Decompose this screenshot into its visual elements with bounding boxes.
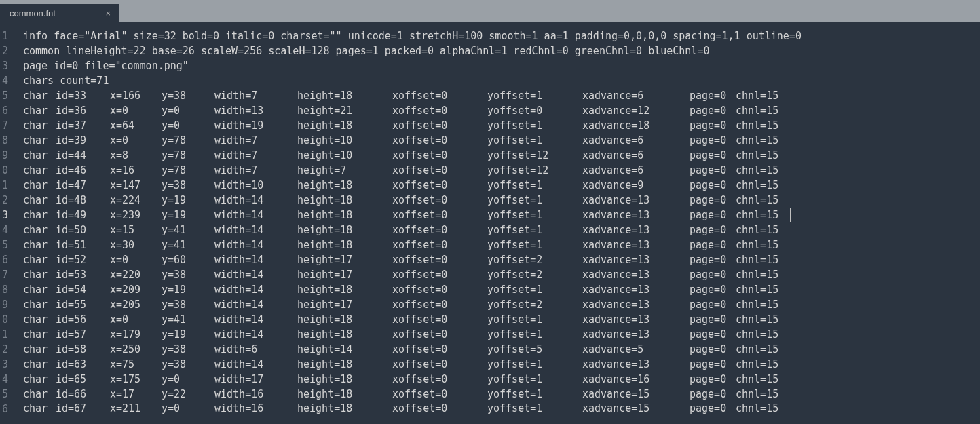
code-token: x=239: [110, 208, 162, 223]
code-token: xoffset=0: [392, 133, 487, 148]
code-line[interactable]: page id=0 file="common.png": [23, 58, 980, 73]
char-row[interactable]: charid=66x=17y=22width=16height=18xoffse…: [23, 387, 980, 402]
char-row[interactable]: charid=33x=166y=38width=7height=18xoffse…: [23, 88, 980, 103]
code-token: height=18: [297, 193, 392, 208]
code-token: width=19: [214, 118, 297, 133]
code-editor[interactable]: 12345678901234567890123456 info face="Ar…: [0, 22, 980, 424]
code-token: chnl=15: [736, 312, 778, 327]
code-token: id=49: [56, 208, 110, 223]
code-token: yoffset=2: [487, 297, 582, 312]
code-line[interactable]: info face="Arial" size=32 bold=0 italic=…: [23, 28, 980, 43]
code-token: xadvance=13: [582, 297, 690, 312]
code-token: xadvance=13: [582, 357, 690, 372]
char-row[interactable]: charid=63x=75y=38width=14height=18xoffse…: [23, 357, 980, 372]
code-token: y=41: [162, 312, 214, 327]
code-token: chnl=15: [736, 118, 778, 133]
code-token: page=0: [690, 88, 736, 103]
code-content[interactable]: info face="Arial" size=32 bold=0 italic=…: [8, 22, 980, 424]
code-token: xadvance=6: [582, 88, 690, 103]
code-token: page=0: [690, 282, 736, 297]
char-row[interactable]: charid=49x=239y=19width=14height=18xoffs…: [23, 208, 980, 223]
code-token: x=166: [110, 88, 162, 103]
code-token: x=224: [110, 193, 162, 208]
char-row[interactable]: charid=50x=15y=41width=14height=18xoffse…: [23, 223, 980, 237]
code-token: yoffset=1: [487, 88, 582, 103]
code-token: chnl=15: [736, 103, 778, 118]
line-number: 7: [0, 118, 8, 133]
code-token: xoffset=0: [392, 252, 487, 267]
code-token: y=38: [162, 342, 214, 357]
code-token: xoffset=0: [392, 148, 487, 163]
code-token: page=0: [690, 237, 736, 252]
code-token: page=0: [690, 252, 736, 267]
line-number: 3: [0, 357, 8, 372]
code-token: xoffset=0: [392, 118, 487, 133]
line-number-gutter: 12345678901234567890123456: [0, 22, 8, 424]
code-token: chnl=15: [736, 193, 778, 208]
char-row[interactable]: charid=53x=220y=38width=14height=17xoffs…: [23, 267, 980, 282]
code-token: width=7: [214, 163, 297, 178]
code-token: yoffset=1: [487, 237, 582, 252]
line-number: 6: [0, 252, 8, 267]
code-token: xadvance=12: [582, 103, 690, 118]
code-token: xadvance=16: [582, 372, 690, 387]
code-token: height=10: [297, 148, 392, 163]
code-token: yoffset=1: [487, 118, 582, 133]
code-token: page=0: [690, 342, 736, 357]
code-token: char: [23, 402, 56, 415]
close-icon[interactable]: ×: [104, 8, 112, 18]
code-token: page=0: [690, 118, 736, 133]
code-token: height=14: [297, 342, 392, 357]
code-token: yoffset=2: [487, 252, 582, 267]
code-line[interactable]: common lineHeight=22 base=26 scaleW=256 …: [23, 43, 980, 58]
code-token: id=55: [56, 297, 110, 312]
line-number: 4: [0, 73, 8, 88]
code-token: id=39: [56, 133, 110, 148]
char-row[interactable]: charid=39x=0y=78width=7height=10xoffset=…: [23, 133, 980, 148]
char-row[interactable]: charid=54x=209y=19width=14height=18xoffs…: [23, 282, 980, 297]
code-token: y=0: [162, 118, 214, 133]
code-token: xadvance=18: [582, 118, 690, 133]
code-token: char: [23, 88, 56, 103]
code-token: xoffset=0: [392, 237, 487, 252]
tab-common-fnt[interactable]: common.fnt ×: [0, 4, 119, 22]
char-row[interactable]: charid=36x=0y=0width=13height=21xoffset=…: [23, 103, 980, 118]
char-row[interactable]: charid=51x=30y=41width=14height=18xoffse…: [23, 237, 980, 252]
code-token: id=47: [56, 178, 110, 193]
char-row[interactable]: charid=65x=175y=0width=17height=18xoffse…: [23, 372, 980, 387]
code-token: char: [23, 208, 56, 223]
code-token: y=38: [162, 297, 214, 312]
code-token: chnl=15: [736, 297, 778, 312]
code-token: page=0: [690, 148, 736, 163]
code-token: xadvance=13: [582, 312, 690, 327]
char-row[interactable]: charid=47x=147y=38width=10height=18xoffs…: [23, 178, 980, 193]
char-row[interactable]: charid=48x=224y=19width=14height=18xoffs…: [23, 193, 980, 208]
code-token: chnl=15: [736, 402, 778, 415]
code-token: y=60: [162, 252, 214, 267]
code-token: xoffset=0: [392, 193, 487, 208]
code-token: page=0: [690, 267, 736, 282]
code-token: chnl=15: [736, 208, 778, 223]
code-line[interactable]: chars count=71: [23, 73, 980, 88]
code-token: page=0: [690, 327, 736, 342]
code-token: id=33: [56, 88, 110, 103]
code-token: chnl=15: [736, 387, 778, 402]
char-row[interactable]: charid=46x=16y=78width=7height=7xoffset=…: [23, 163, 980, 178]
code-token: xadvance=15: [582, 402, 690, 415]
char-row[interactable]: charid=57x=179y=19width=14height=18xoffs…: [23, 327, 980, 342]
code-token: xoffset=0: [392, 387, 487, 402]
char-row[interactable]: charid=52x=0y=60width=14height=17xoffset…: [23, 252, 980, 267]
code-token: x=147: [110, 178, 162, 193]
code-token: x=64: [110, 118, 162, 133]
code-token: id=54: [56, 282, 110, 297]
char-row[interactable]: charid=44x=8y=78width=7height=10xoffset=…: [23, 148, 980, 163]
char-row[interactable]: charid=56x=0y=41width=14height=18xoffset…: [23, 312, 980, 327]
char-row[interactable]: charid=58x=250y=38width=6height=14xoffse…: [23, 342, 980, 357]
code-token: yoffset=12: [487, 148, 582, 163]
char-row[interactable]: charid=67x=211y=0width=16height=18xoffse…: [23, 402, 980, 415]
line-number: 8: [0, 133, 8, 148]
code-token: width=7: [214, 88, 297, 103]
char-row[interactable]: charid=55x=205y=38width=14height=17xoffs…: [23, 297, 980, 312]
line-number: 6: [0, 103, 8, 118]
char-row[interactable]: charid=37x=64y=0width=19height=18xoffset…: [23, 118, 980, 133]
